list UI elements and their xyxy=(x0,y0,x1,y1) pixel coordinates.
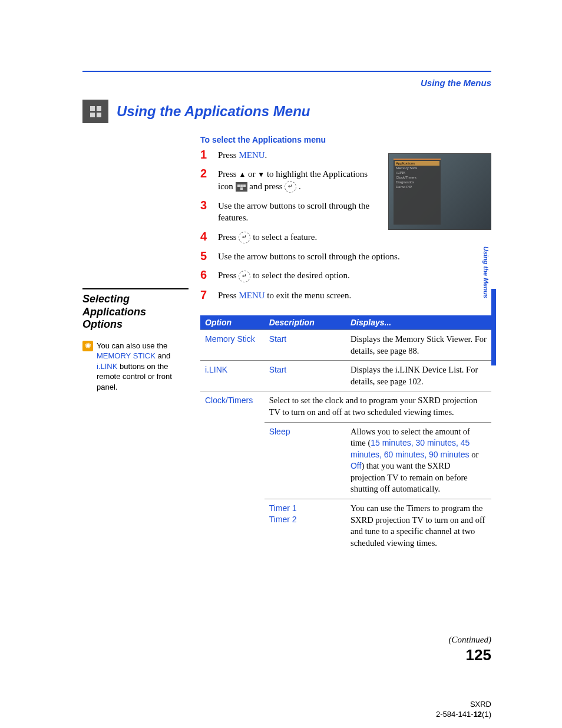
desc-clock-timers: Select to set the clock and to program y… xyxy=(265,391,491,422)
applications-icon xyxy=(82,100,108,123)
desc-timer2: Timer 2 xyxy=(269,514,341,525)
osd-menu-item: i.LINK xyxy=(395,170,439,175)
step-2: Press ▲ or ▼ to highlight the Applicatio… xyxy=(200,168,383,193)
disp-sleep: Allows you to select the amount of time … xyxy=(346,422,491,499)
disp-timers: You can use the Timers to program the SX… xyxy=(346,499,491,552)
options-table: Option Description Displays... Memory St… xyxy=(200,315,491,552)
col-description: Description xyxy=(265,315,346,330)
page-title: Using the Applications Menu xyxy=(117,103,310,120)
step-1: Press MENU. xyxy=(200,149,383,161)
disp-ilink: Displays the i.LINK Device List. For det… xyxy=(346,361,491,391)
desc-start: Start xyxy=(269,334,287,344)
tip-text: You can also use the MEMORY STICK and i.… xyxy=(97,341,189,393)
table-header-row: Option Description Displays... xyxy=(200,315,491,330)
enter-button-icon: ↵ xyxy=(239,232,250,243)
osd-menu-item: Clock/Timers xyxy=(395,175,439,180)
table-row: Sleep Allows you to select the amount of… xyxy=(200,422,491,499)
enter-button-icon: ↵ xyxy=(239,271,250,282)
option-clock-timers: Clock/Timers xyxy=(205,396,253,405)
step-5: Use the arrow buttons to scroll through … xyxy=(200,251,491,262)
step-6: Press ↵ to select the desired option. xyxy=(200,269,491,282)
osd-menu-title: Applications xyxy=(395,161,439,166)
desc-start: Start xyxy=(269,365,287,374)
footer-model: SXRD xyxy=(82,700,491,710)
tv-osd-screenshot: Applications Memory Stick i.LINK Clock/T… xyxy=(388,153,491,230)
top-rule xyxy=(82,71,491,72)
table-row: Timer 1 Timer 2 You can use the Timers t… xyxy=(200,499,491,552)
footer: SXRD 2-584-141-12(1) xyxy=(82,700,491,720)
option-ilink: i.LINK xyxy=(205,365,227,374)
table-row: i.LINK Start Displays the i.LINK Device … xyxy=(200,361,491,391)
page: Using the Menus Using the Applications M… xyxy=(0,0,562,728)
heading-row: Using the Applications Menu xyxy=(82,100,491,123)
continued-label: (Continued) xyxy=(82,635,491,645)
osd-menu-item: Diagnostics xyxy=(395,180,439,185)
osd-menu-item: Memory Stick xyxy=(395,166,439,170)
step-7: Press MENU to exit the menu screen. xyxy=(200,289,491,301)
col-displays: Displays... xyxy=(346,315,491,330)
chapter-title: Using the Menus xyxy=(82,78,491,88)
table-row: Memory Stick Start Displays the Memory S… xyxy=(200,330,491,361)
tip-box: ✺ You can also use the MEMORY STICK and … xyxy=(82,341,189,393)
desc-timer1: Timer 1 xyxy=(269,503,341,514)
ilink-button-ref: i.LINK xyxy=(97,362,117,371)
step-4: Press ↵ to select a feature. xyxy=(200,231,491,244)
step-3: Use the arrow buttons to scroll through … xyxy=(200,200,383,224)
table-row: Clock/Timers Select to set the clock and… xyxy=(200,391,491,422)
memory-stick-button-ref: MEMORY STICK xyxy=(97,351,156,360)
enter-button-icon: ↵ xyxy=(285,181,296,193)
left-column: Selecting Applications Options ✺ You can… xyxy=(82,135,189,552)
sub-heading: To select the Applications menu xyxy=(200,135,491,144)
osd-menu-item: Demo PIP xyxy=(395,185,439,189)
desc-sleep: Sleep xyxy=(269,427,290,436)
sleep-off: Off xyxy=(351,461,361,470)
applications-small-icon xyxy=(236,182,247,192)
thumb-tab-label: Using the Menus xyxy=(482,246,490,298)
sidebar-heading: Selecting Applications Options xyxy=(82,293,189,331)
page-number: 125 xyxy=(82,646,491,664)
footer-docnum: 2-584-141-12(1) xyxy=(82,710,491,720)
sidebar-rule xyxy=(82,288,189,289)
menu-button-ref: MENU xyxy=(239,291,265,300)
osd-menu-panel: Applications Memory Stick i.LINK Clock/T… xyxy=(394,159,441,225)
option-memory-stick: Memory Stick xyxy=(205,334,255,344)
col-option: Option xyxy=(200,315,265,330)
arrow-down-icon: ▼ xyxy=(257,171,265,179)
thumb-tab xyxy=(491,289,496,365)
menu-button-ref: MENU xyxy=(239,150,265,160)
tip-icon: ✺ xyxy=(82,341,93,351)
disp-memory-stick: Displays the Memory Stick Viewer. For de… xyxy=(346,330,491,361)
arrow-up-icon: ▲ xyxy=(239,171,246,179)
